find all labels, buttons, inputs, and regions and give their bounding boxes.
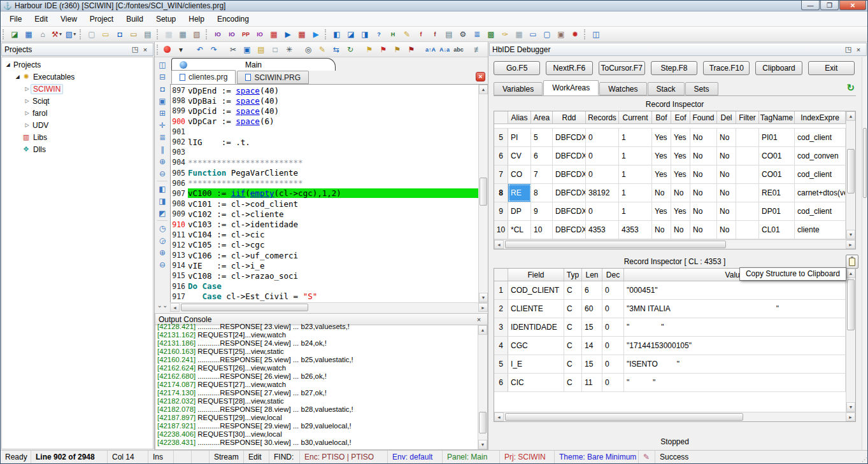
workareas-cell[interactable]: 1 — [619, 184, 652, 202]
print-icon[interactable]: ▤ — [141, 28, 154, 40]
workareas-cell[interactable]: 10 — [531, 221, 553, 239]
expander-open-icon[interactable]: ◢ — [4, 62, 11, 67]
editor-hscrollbar[interactable]: ◄ ► — [170, 302, 488, 312]
workareas-cell[interactable]: carnet+dtos(ve — [795, 184, 846, 202]
undo-icon[interactable]: ↶ — [194, 43, 206, 55]
workareas-cell[interactable]: 4353 — [586, 221, 619, 239]
tree-item-udv[interactable]: ▷UDV — [2, 119, 153, 131]
code-line-903[interactable]: 903 — [171, 147, 478, 157]
expander-closed-icon[interactable]: ▷ — [24, 110, 31, 116]
rebuild-launch-icon[interactable]: ▶ — [309, 28, 322, 40]
workareas-cell[interactable]: No — [690, 202, 717, 220]
debugger-button-nextr-f6[interactable]: NextR.F6 — [546, 61, 592, 75]
workareas-cell[interactable]: 8 — [531, 184, 553, 202]
workareas-cell[interactable]: 0 — [586, 129, 619, 146]
record-cell[interactable]: I_E — [508, 355, 564, 373]
code-line-899[interactable]: 899vDpCid := space(40) — [171, 106, 478, 116]
stream-mode-icon[interactable]: ≢ — [471, 43, 484, 55]
record-cell[interactable]: CIC — [508, 374, 564, 391]
projects-float-icon[interactable]: ◳ — [130, 45, 140, 54]
record-cell[interactable]: C — [564, 355, 582, 373]
record-cell[interactable]: 15 — [582, 318, 602, 336]
workareas-cell[interactable]: No — [671, 221, 690, 239]
workareas-cell[interactable] — [736, 165, 759, 183]
search-up-icon[interactable]: ⊕ — [156, 246, 169, 258]
workareas-col-area[interactable]: Area — [531, 111, 553, 123]
log-viewer-icon[interactable]: ≣ — [471, 28, 483, 40]
code-line-900[interactable]: 900vDpCar := space(6) — [171, 116, 478, 127]
code-line-917[interactable]: 917 Case cl->Est_Civil = "S" — [171, 292, 478, 302]
layout-right-icon[interactable]: ◨ — [359, 28, 371, 40]
workareas-cell[interactable]: cod_client — [795, 165, 846, 183]
toolbar-overflow-icon[interactable]: » — [485, 43, 488, 55]
console-vscrollbar[interactable]: ▲ ▼ — [478, 325, 487, 449]
split-horizontal-icon[interactable]: ◫ — [156, 59, 169, 71]
record-col-typ[interactable]: Typ — [564, 269, 582, 281]
menu-build[interactable]: Build — [120, 13, 150, 25]
debugger-button-clipboard[interactable]: Clipboard — [755, 61, 802, 75]
setup-wizard-icon-dropdown[interactable]: ▾ — [59, 31, 62, 37]
table-tools-icon[interactable]: ▦ — [162, 28, 175, 40]
compile-all-icon[interactable]: IO — [253, 28, 266, 40]
compile-ppo-icon[interactable]: PP — [239, 28, 252, 40]
function-tags-icon[interactable]: f — [429, 28, 441, 40]
record-dropdown-icon[interactable]: ▾ — [174, 43, 187, 55]
tree-item-executables[interactable]: ◢✺Executables — [2, 71, 153, 83]
menu-setup[interactable]: Setup — [150, 13, 182, 25]
workareas-cell[interactable]: 7 — [531, 165, 553, 183]
workareas-cell[interactable]: cod_client — [795, 129, 846, 146]
workareas-cell[interactable]: *CL — [508, 221, 531, 239]
record-scroll-right-icon[interactable]: ► — [846, 412, 855, 421]
workareas-cell[interactable]: No — [652, 221, 671, 239]
workareas-cell[interactable]: CV — [508, 147, 531, 165]
workareas-cell[interactable]: CO01 — [759, 147, 795, 165]
workareas-cell[interactable]: 4353 — [619, 221, 652, 239]
workareas-cell[interactable]: No — [671, 184, 690, 202]
row-number[interactable]: 4 — [494, 337, 508, 355]
function-list-icon[interactable]: f — [415, 28, 427, 40]
scroll-up-icon[interactable]: ▲ — [479, 85, 488, 94]
maximize-button[interactable]: ❐ — [820, 1, 839, 10]
workareas-cell[interactable] — [736, 184, 759, 202]
menu-view[interactable]: View — [54, 13, 83, 25]
split-vertical-icon[interactable]: ⊟ — [156, 71, 169, 83]
workareas-cell[interactable]: No — [717, 221, 736, 239]
duplicate-view-icon[interactable]: ▣ — [156, 95, 169, 107]
menu-project[interactable]: Project — [83, 13, 120, 25]
record-col-len[interactable]: Len — [582, 269, 602, 281]
float-window-icon[interactable]: ▭ — [527, 28, 539, 40]
workareas-col-rdd[interactable]: Rdd — [553, 111, 586, 123]
code-editor[interactable]: 897vDpEnd := space(40)898vDpBai := space… — [171, 85, 478, 302]
copy-structure-button[interactable] — [846, 255, 858, 269]
tab-group-main[interactable]: Main — [171, 58, 336, 71]
workareas-cell[interactable]: RE01 — [759, 184, 795, 202]
workareas-col-bof[interactable]: Bof — [652, 111, 671, 123]
record-scroll-left-icon[interactable]: ◄ — [494, 412, 504, 421]
new-file-icon[interactable]: ▢ — [85, 28, 98, 40]
output-panel-icon[interactable]: ◫ — [590, 28, 602, 40]
record-cell[interactable]: IDENTIDADE — [508, 318, 564, 336]
bookmark-1-icon[interactable]: ⚑ — [363, 43, 376, 55]
mini-grid-icon[interactable]: ▦ — [513, 28, 525, 40]
workareas-cell[interactable]: Yes — [652, 129, 671, 146]
record-cell[interactable]: " " — [624, 318, 846, 336]
record-cell[interactable]: "ISENTO " — [624, 355, 846, 373]
open-file-icon[interactable]: ▭ — [99, 28, 112, 40]
workareas-hscrollbar[interactable]: ◄ ► — [494, 239, 855, 249]
refresh-icon[interactable]: ↻ — [344, 43, 357, 55]
record-cell[interactable]: 0 — [602, 337, 624, 355]
bookmark-4-icon[interactable]: ⚑ — [405, 43, 418, 55]
workareas-cell[interactable]: RE — [508, 184, 531, 202]
grid-layout-icon[interactable]: ⊞ — [156, 107, 169, 119]
tab-clientes.prg[interactable]: clientes.prg — [171, 70, 236, 84]
workareas-cell[interactable]: Yes — [671, 202, 690, 220]
row-number[interactable]: 5 — [494, 355, 508, 373]
scroll-left-icon[interactable]: ◄ — [170, 303, 180, 312]
workareas-col-current[interactable]: Current — [619, 111, 652, 123]
workareas-cell[interactable]: Yes — [652, 202, 671, 220]
toolbar-drag-handle[interactable] — [80, 29, 83, 39]
zoom-out-icon[interactable]: ⊖ — [156, 167, 169, 179]
record-cell[interactable]: 0 — [602, 374, 624, 391]
workareas-cell[interactable]: DBFCDX — [553, 184, 586, 202]
record-hscrollbar[interactable]: ◄ ► — [494, 412, 855, 421]
